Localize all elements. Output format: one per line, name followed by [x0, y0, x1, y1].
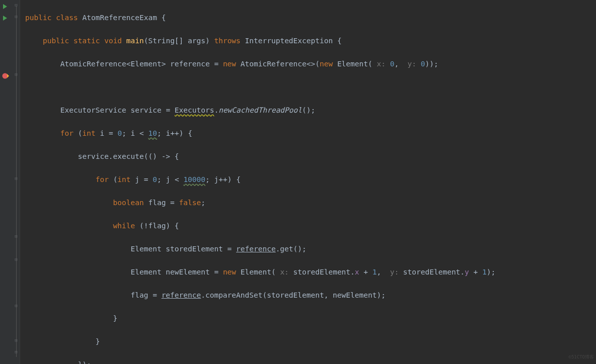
fold-close-icon[interactable]: ⊡: [14, 176, 19, 181]
code-line: }: [25, 336, 495, 347]
code-line: for (int j = 0; j < 10000; j++) {: [25, 174, 495, 186]
code-line: });: [25, 359, 495, 364]
svg-point-0: [3, 73, 8, 78]
code-line: }: [25, 313, 495, 324]
fold-close-icon[interactable]: ⊡: [14, 349, 19, 354]
fold-open-icon[interactable]: ⊟: [14, 14, 19, 19]
fold-open-icon[interactable]: ⊟: [14, 303, 19, 308]
gutter: ⊟ ⊟ ⊟ ⊡ ⊡ ⊟ ⊟ ⊡ ⊡: [0, 0, 20, 364]
code-editor: ⊟ ⊟ ⊟ ⊡ ⊡ ⊟ ⊟ ⊡ ⊡ public class AtomRefer…: [0, 0, 596, 364]
code-line: flag = reference.compareAndSet(storedEle…: [25, 290, 495, 301]
code-line: public static void main(String[] args) t…: [25, 35, 495, 47]
code-line: for (int i = 0; i < 10; i++) {: [25, 128, 495, 139]
code-line: AtomicReference<Element> reference = new…: [25, 58, 495, 70]
code-area[interactable]: public class AtomReferenceExam { public …: [20, 0, 495, 364]
fold-close-icon[interactable]: ⊡: [14, 338, 19, 343]
fold-open-icon[interactable]: ⊟: [14, 257, 19, 262]
code-line: ExecutorService service = Executors.newC…: [25, 105, 495, 116]
fold-close-icon[interactable]: ⊡: [14, 234, 19, 239]
fold-open-icon[interactable]: ⊟: [14, 72, 19, 77]
watermark: ©51CTO博客: [568, 351, 594, 363]
code-line: boolean flag = false;: [25, 197, 495, 209]
code-line: service.execute(() -> {: [25, 151, 495, 162]
code-line: while (!flag) {: [25, 220, 495, 232]
code-line: Element newElement = new Element( x: sto…: [25, 266, 495, 278]
fold-open-icon[interactable]: ⊟: [14, 3, 19, 8]
code-line: [25, 81, 495, 93]
code-line: Element storedElement = reference.get();: [25, 243, 495, 255]
code-line: public class AtomReferenceExam {: [25, 12, 495, 24]
fold-column: ⊟ ⊟ ⊟ ⊡ ⊡ ⊟ ⊟ ⊡ ⊡: [14, 0, 19, 364]
